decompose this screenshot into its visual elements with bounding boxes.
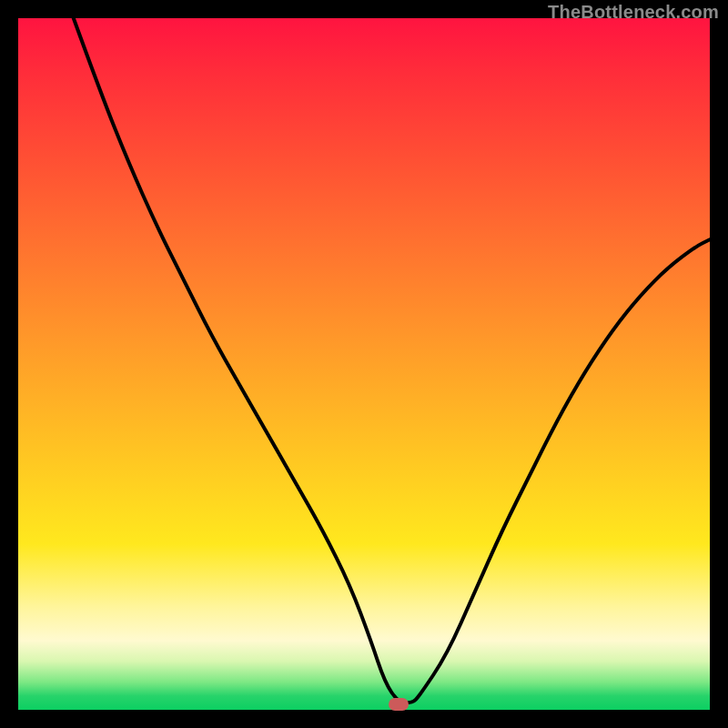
watermark-text: TheBottleneck.com (548, 2, 719, 23)
chart-frame: TheBottleneck.com (0, 0, 728, 728)
min-marker (389, 698, 409, 711)
bottleneck-curve (74, 18, 710, 703)
curve-layer (18, 18, 710, 710)
